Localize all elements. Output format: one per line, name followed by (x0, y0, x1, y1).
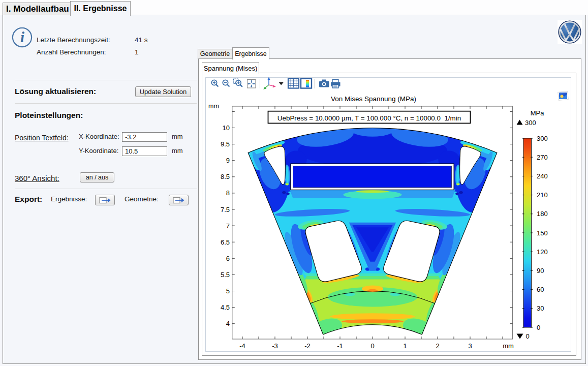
svg-text:300: 300 (525, 119, 536, 127)
svg-text:4.5: 4.5 (221, 303, 230, 311)
svg-text:0: 0 (370, 342, 374, 350)
svg-text:240: 240 (537, 172, 548, 180)
svg-text:150: 150 (537, 229, 548, 237)
svg-text:5: 5 (226, 287, 230, 295)
svg-text:9.5: 9.5 (221, 140, 230, 148)
svg-text:0: 0 (526, 332, 530, 340)
svg-text:6.5: 6.5 (221, 238, 230, 246)
svg-text:3: 3 (468, 342, 472, 350)
svg-text:1: 1 (403, 342, 407, 350)
svg-text:8: 8 (226, 189, 230, 197)
svg-text:-2: -2 (304, 342, 311, 350)
svg-text:0: 0 (537, 324, 540, 331)
svg-text:10: 10 (223, 124, 230, 132)
svg-text:-4: -4 (239, 342, 245, 350)
svg-text:UebPress = 10.0000 µm, T = 100: UebPress = 10.0000 µm, T = 100.000 °C, n… (277, 114, 461, 122)
svg-text:9: 9 (226, 157, 230, 164)
svg-text:5.5: 5.5 (221, 271, 230, 279)
svg-text:90: 90 (537, 267, 544, 274)
svg-text:300: 300 (537, 135, 548, 142)
svg-text:6: 6 (226, 255, 230, 262)
svg-text:60: 60 (537, 286, 544, 293)
svg-text:MPa: MPa (531, 109, 545, 117)
svg-text:30: 30 (537, 304, 544, 312)
svg-text:Von Mises Spannung (MPa): Von Mises Spannung (MPa) (331, 95, 416, 103)
svg-text:8.5: 8.5 (221, 173, 230, 180)
svg-text:270: 270 (537, 154, 548, 161)
svg-text:7: 7 (226, 222, 230, 230)
svg-text:2: 2 (436, 342, 439, 350)
svg-text:mm: mm (208, 103, 219, 110)
svg-text:7.5: 7.5 (221, 206, 230, 214)
svg-text:180: 180 (537, 210, 548, 218)
svg-text:i: i (20, 29, 24, 45)
svg-text:210: 210 (537, 191, 548, 199)
svg-text:-3: -3 (272, 342, 278, 350)
svg-text:mm: mm (503, 342, 514, 350)
svg-text:4: 4 (226, 320, 230, 327)
svg-text:120: 120 (537, 248, 548, 256)
svg-text:-1: -1 (337, 342, 343, 350)
